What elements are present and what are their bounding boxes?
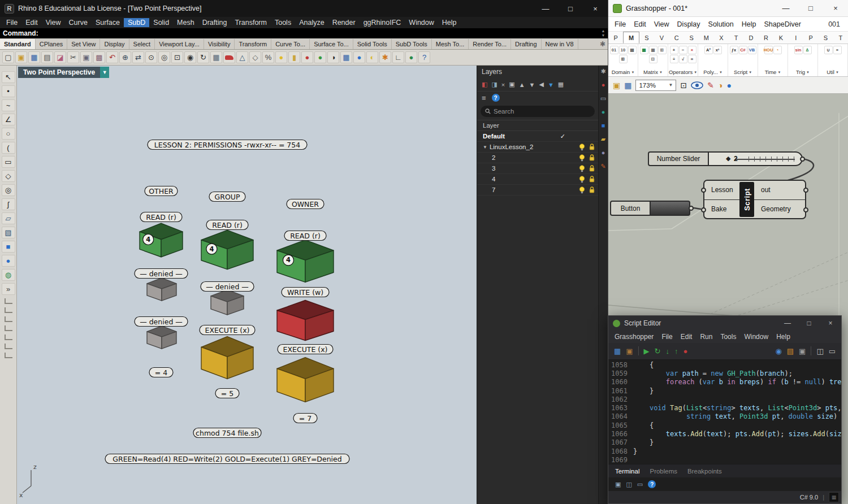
palette-group-matrix[interactable]: ▦▦⊞⊟Matrix▼ [638,44,668,76]
editor-menu-run[interactable]: Run [696,332,716,341]
rhino-viewport[interactable]: Two Point Perspective ▼ 444 LESSON 2: PE… [17,66,477,504]
rhino-menu-file[interactable]: File [2,18,21,27]
minimize-button[interactable]: — [777,316,798,331]
collapsed-toolbar-handle[interactable] [5,353,12,358]
solid-box-icon[interactable]: ■ [2,241,15,253]
preview-eye-icon[interactable] [691,81,703,89]
palette-group-util[interactable]: ∪≡Util▼ [818,44,848,76]
gear-icon[interactable]: ✱ [600,40,605,48]
gear-icon[interactable]: ✱ [600,68,605,75]
component-icon[interactable]: ▦ [649,46,657,54]
toolbar-tab-cplanes[interactable]: CPlanes [36,39,68,49]
sphere-icon[interactable]: ● [2,255,15,267]
step-out-icon[interactable]: ↑ [674,347,678,355]
component-icon[interactable]: ▤ [628,46,637,54]
toolbar-tab-standard[interactable]: Standard [0,39,36,49]
palette-group-trig[interactable]: sin∆Trig▼ [788,44,818,76]
geometry-output-nub[interactable] [803,207,808,212]
rhino-menu-curve[interactable]: Curve [65,18,92,27]
gh-ribbon-tab-4-c[interactable]: C [669,32,684,44]
component-icon[interactable]: C# [739,46,747,54]
toolbar-tab-mesh-to[interactable]: Mesh To... [432,39,469,49]
component-icon[interactable]: ÷ [670,55,678,63]
analyze-icon[interactable]: △ [236,51,248,63]
restart-icon[interactable]: ↻ [655,347,661,355]
undo-icon[interactable]: ↶ [106,51,118,63]
gh-ribbon-tab-3-v[interactable]: V [654,32,669,44]
polyline-icon[interactable]: ∠ [2,114,15,125]
columns-icon[interactable]: ▦ [558,81,564,88]
gh-ribbon-tab-11-k[interactable]: K [773,32,788,44]
material-sphere-icon[interactable]: ◑ [718,81,722,90]
package-icon[interactable]: ▣ [626,347,633,355]
gh-menu-view[interactable]: View [650,20,673,29]
copy-icon[interactable]: ▣ [799,347,806,355]
lamp-icon[interactable]: ● [275,51,287,63]
ellipse-icon[interactable]: ◎ [2,184,15,196]
gh-ribbon-tab-9-d[interactable]: D [743,32,758,44]
button-output-nub[interactable] [689,206,694,211]
component-icon[interactable]: VB [748,46,756,54]
button-face[interactable] [651,201,690,216]
cube-group-read[interactable]: 4 [201,230,253,269]
editor-tab-terminal[interactable]: Terminal [615,468,639,475]
collapsed-toolbar-handle[interactable] [5,298,12,304]
gh-ribbon-tab-10-r[interactable]: R [759,32,773,44]
gh-ribbon-tab-5-s[interactable]: S [684,32,699,44]
lock-icon[interactable] [589,176,595,183]
maximize-button[interactable]: □ [798,0,823,17]
grid-icon[interactable]: ▦ [340,51,352,63]
rhino-menu-edit[interactable]: Edit [21,18,42,27]
lock-icon[interactable] [589,144,595,150]
libraries-icon[interactable]: ▰ [601,136,605,142]
palette-group-time[interactable]: HOU◔Time▼ [758,44,788,76]
focus-target-icon[interactable]: ⊡ [680,81,687,90]
editor-menu-grasshopper[interactable]: Grasshopper [611,332,657,341]
palette-group-operators[interactable]: +−×÷√=Operators▼ [668,44,698,76]
layer-row-default[interactable]: Default✓ [477,131,598,142]
render-preview-icon[interactable]: ● [314,51,326,63]
layer-row-linuxlesson-2[interactable]: ▼LinuxLesson_2 [477,142,598,153]
cube-other-denied-1[interactable] [147,278,176,301]
component-icon[interactable]: ⊟ [649,55,657,63]
status-corner-icon[interactable]: ▦ [829,492,839,502]
gh-ribbon-tab-1-m[interactable]: M [623,32,639,44]
component-icon[interactable]: + [670,46,678,54]
rhino-menu-ggrhinoifc[interactable]: ggRhinoIFC [360,18,405,27]
maximize-button[interactable]: □ [798,316,820,331]
help-icon[interactable]: ? [418,51,430,63]
lesson-input-nub[interactable] [701,188,706,193]
number-slider-label[interactable]: Number Slider [648,151,709,166]
gh-ribbon-tab-14-s[interactable]: S [818,32,833,44]
gh-ribbon-tab-7-x[interactable]: X [714,32,729,44]
cube-other-read[interactable]: 4 [140,223,183,257]
rhino-menu-render[interactable]: Render [328,18,360,27]
named-views-icon[interactable]: ▦ [210,51,222,63]
component-icon[interactable]: = [688,55,696,63]
rotate-view-icon[interactable]: ↻ [197,51,209,63]
history-icon[interactable]: % [262,51,274,63]
split-horizontal-icon[interactable]: ▭ [829,347,836,355]
layers-search-input[interactable]: Search [481,106,595,117]
toolbar-tab-drafting[interactable]: Drafting [511,39,542,49]
zoom-extents-icon[interactable]: ⊡ [171,51,183,63]
component-icon[interactable]: × [688,46,696,54]
notes-icon[interactable]: ✎ [600,163,605,170]
zoom-window-icon[interactable]: ◎ [158,51,170,63]
match-layer-icon[interactable]: ▣ [509,81,514,88]
script-component[interactable]: Lesson Bake Script out Geometry [703,180,806,219]
select-cursor-icon[interactable]: ↖ [2,71,15,83]
script-component-body[interactable]: Script [739,182,754,217]
save-file-icon[interactable]: ▦ [624,81,631,90]
gh-ribbon-tab-13-p[interactable]: P [803,32,818,44]
new-layer-icon[interactable]: ◧ [482,81,487,88]
rectangle-icon[interactable]: ▭ [2,156,15,168]
rhino-titlebar[interactable]: R Rhino 8 Educational Lab License - [Two… [0,0,608,17]
run-icon[interactable]: ▶ [644,347,650,355]
lock-icon[interactable]: ▮ [288,51,300,63]
component-icon[interactable]: ƒx [730,46,738,54]
component-icon[interactable]: ⊞ [658,46,667,54]
filter-icon[interactable]: ▼ [548,81,554,88]
component-icon[interactable]: ⊞ [619,55,628,63]
rhino-menu-subd[interactable]: SubD [124,18,149,27]
